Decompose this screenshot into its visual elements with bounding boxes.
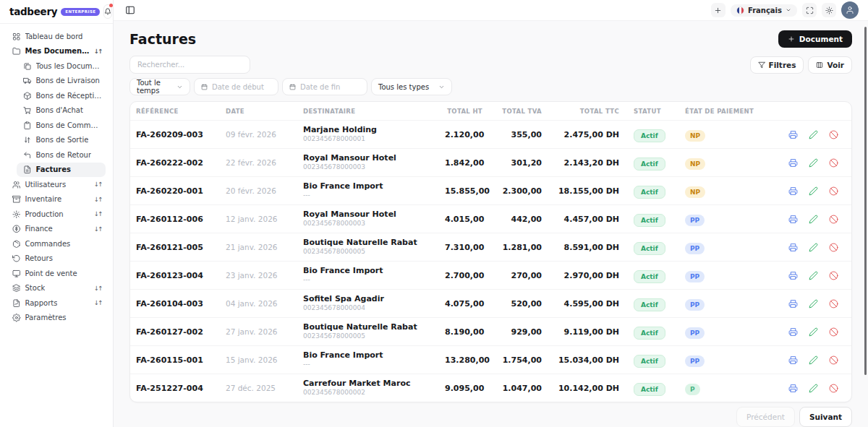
time-range-select[interactable]: Tout le temps xyxy=(129,78,190,95)
sort-toggle-icon[interactable]: ↓↑ xyxy=(94,48,102,55)
edit-button[interactable] xyxy=(808,383,818,393)
sidebar-item-tous-les-documents[interactable]: Tous les Documents xyxy=(17,59,106,74)
table-row[interactable]: FA-260220-001 20 févr. 2026 Bio France I… xyxy=(130,176,851,204)
print-button[interactable] xyxy=(788,383,798,393)
sidebar-item-commandes[interactable]: Commandes xyxy=(9,236,106,251)
sidebar-item-parametres[interactable]: Paramètres xyxy=(9,311,106,326)
sidebar-item-tableau-de-bord[interactable]: Tableau de bord xyxy=(9,29,106,44)
sort-toggle-icon[interactable]: ↓↑ xyxy=(94,181,102,188)
date-end-input[interactable]: Date de fin xyxy=(282,78,367,95)
sidebar-item-production[interactable]: Production ↓↑ xyxy=(9,207,106,222)
truck-icon xyxy=(23,77,32,85)
sidebar-header: tadbeery ENTERPRISE xyxy=(0,0,113,24)
sidebar-item-bons-de-retour[interactable]: Bons de Retour xyxy=(17,147,106,163)
sidebar-item-bons-de-commande[interactable]: Bons de Commande xyxy=(17,118,106,133)
print-button[interactable] xyxy=(788,242,798,252)
sidebar-toggle-button[interactable] xyxy=(123,3,137,17)
total-ttc-value: 15.034,00 DH xyxy=(542,355,619,365)
sidebar-item-point-de-vente[interactable]: Point de vente xyxy=(9,266,106,281)
sidebar-item-utilisateurs[interactable]: Utilisateurs ↓↑ xyxy=(9,177,106,192)
payment-status-badge: P xyxy=(685,384,700,395)
date-start-input[interactable]: Date de début xyxy=(194,78,278,95)
reports-icon xyxy=(12,299,21,308)
fullscreen-button[interactable] xyxy=(802,3,817,17)
sidebar-item-bons-de-reception[interactable]: Bons de Réception xyxy=(17,88,106,103)
print-button[interactable] xyxy=(788,355,798,365)
print-button[interactable] xyxy=(788,270,798,280)
table-row[interactable]: FA-260209-003 09 févr. 2026 Marjane Hold… xyxy=(130,120,851,148)
invoice-date: 27 janv. 2026 xyxy=(226,327,303,336)
sidebar-item-retours[interactable]: Retours xyxy=(9,251,106,267)
view-label: Voir xyxy=(827,61,844,69)
sort-toggle-icon[interactable]: ↓↑ xyxy=(94,210,102,217)
sidebar-item-factures[interactable]: Factures xyxy=(17,163,106,178)
edit-button[interactable] xyxy=(808,158,818,168)
sidebar-item-stock[interactable]: Stock ↓↑ xyxy=(9,281,106,296)
add-document-button[interactable]: Document xyxy=(778,30,852,48)
recipient-id: 002345678000001 xyxy=(303,135,445,144)
table-row[interactable]: FA-260121-005 21 janv. 2026 Boutique Nat… xyxy=(130,233,851,261)
cancel-button[interactable] xyxy=(828,129,838,139)
print-button[interactable] xyxy=(788,327,798,337)
cancel-button[interactable] xyxy=(828,327,838,337)
table-row[interactable]: FA-260123-004 23 janv. 2026 Bio France I… xyxy=(130,261,851,289)
sort-toggle-icon[interactable]: ↓↑ xyxy=(94,196,102,203)
edit-button[interactable] xyxy=(808,186,818,196)
total-tva-value: 1.754,00 xyxy=(482,355,542,365)
table-row[interactable]: FA-260222-002 22 févr. 2026 Royal Mansou… xyxy=(130,148,851,176)
table-row[interactable]: FA-251227-004 27 déc. 2025 Carrefour Mar… xyxy=(130,374,851,402)
view-button[interactable]: Voir xyxy=(808,56,852,74)
edit-button[interactable] xyxy=(808,129,818,139)
type-filter-value: Tous les types xyxy=(378,83,429,91)
filters-button[interactable]: Filtres xyxy=(750,56,804,74)
edit-button[interactable] xyxy=(808,298,818,309)
print-button[interactable] xyxy=(788,214,798,224)
sidebar-item-bons-d-achat[interactable]: Bons d'Achat xyxy=(17,103,106,118)
sidebar-item-bons-de-livraison[interactable]: Bons de Livraison xyxy=(17,74,106,89)
language-selector[interactable]: Français xyxy=(731,4,797,17)
sort-toggle-icon[interactable]: ↓↑ xyxy=(94,285,102,292)
edit-button[interactable] xyxy=(808,242,818,252)
table-row[interactable]: FA-260104-003 04 janv. 2026 Sofitel Spa … xyxy=(130,289,851,317)
table-row[interactable]: FA-260112-006 12 janv. 2026 Royal Mansou… xyxy=(130,204,851,233)
invoice-reference: FA-260104-003 xyxy=(136,299,226,309)
vertical-scrollbar[interactable] xyxy=(864,27,867,375)
user-icon xyxy=(846,6,854,14)
cancel-button[interactable] xyxy=(828,158,838,168)
user-avatar[interactable] xyxy=(841,1,859,19)
sidebar-item-inventaire[interactable]: Inventaire ↓↑ xyxy=(9,192,106,207)
edit-button[interactable] xyxy=(808,327,818,337)
edit-button[interactable] xyxy=(808,355,818,365)
cancel-button[interactable] xyxy=(828,298,838,309)
search-input[interactable] xyxy=(129,56,250,74)
notifications-button[interactable] xyxy=(103,4,112,19)
sort-toggle-icon[interactable]: ↓↑ xyxy=(94,225,102,233)
sidebar-item-rapports[interactable]: Rapports ↓↑ xyxy=(9,296,106,311)
status-badge: Actif xyxy=(634,129,665,142)
previous-page-button[interactable]: Précédent xyxy=(736,407,795,427)
print-button[interactable] xyxy=(788,298,798,309)
sidebar-item-finance[interactable]: Finance ↓↑ xyxy=(9,222,106,237)
print-button[interactable] xyxy=(788,158,798,168)
table-row[interactable]: FA-260127-002 27 janv. 2026 Boutique Nat… xyxy=(130,317,851,345)
cancel-button[interactable] xyxy=(828,355,838,365)
cancel-button[interactable] xyxy=(828,270,838,280)
table-row[interactable]: FA-260115-001 15 janv. 2026 Bio France I… xyxy=(130,345,851,374)
quick-add-button[interactable] xyxy=(711,3,726,17)
returns-icon xyxy=(12,254,21,263)
edit-button[interactable] xyxy=(808,270,818,280)
next-page-button[interactable]: Suivant xyxy=(799,407,852,427)
sidebar-item-mes-documents[interactable]: Mes Documents ↓↑ xyxy=(9,44,106,59)
cancel-button[interactable] xyxy=(828,214,838,224)
edit-button[interactable] xyxy=(808,214,818,224)
sort-toggle-icon[interactable]: ↓↑ xyxy=(94,299,102,306)
cancel-button[interactable] xyxy=(828,242,838,252)
cancel-button[interactable] xyxy=(828,186,838,196)
payment-status-badge: PP xyxy=(685,299,705,311)
theme-toggle-button[interactable] xyxy=(822,3,836,17)
sidebar-item-bons-de-sortie[interactable]: Bons de Sortie xyxy=(17,133,106,148)
print-button[interactable] xyxy=(788,186,798,196)
print-button[interactable] xyxy=(788,129,798,139)
cancel-button[interactable] xyxy=(828,383,838,393)
type-filter-select[interactable]: Tous les types xyxy=(371,78,452,95)
